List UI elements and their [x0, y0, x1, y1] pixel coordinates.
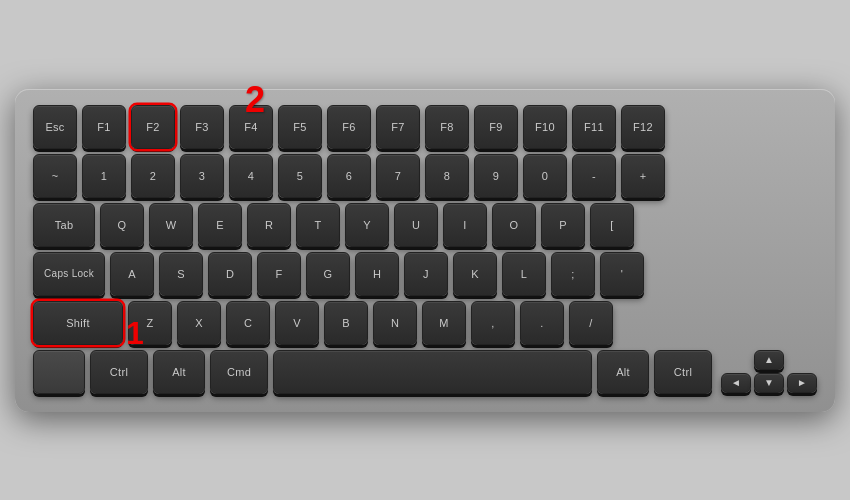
key-v[interactable]: V: [275, 301, 319, 345]
number-key-row: ~ 1 2 3 4 5 6 7 8 9 0 - +: [33, 154, 817, 198]
key-f6[interactable]: F6: [327, 105, 371, 149]
key-y[interactable]: Y: [345, 203, 389, 247]
arrow-up-row: ▲: [721, 350, 817, 370]
key-f12[interactable]: F12: [621, 105, 665, 149]
annotation-1: 1: [126, 315, 144, 352]
key-period[interactable]: .: [520, 301, 564, 345]
key-ctrl-left[interactable]: Ctrl: [90, 350, 148, 394]
key-f[interactable]: F: [257, 252, 301, 296]
key-alt-right[interactable]: Alt: [597, 350, 649, 394]
key-arrow-left[interactable]: ◄: [721, 373, 751, 393]
key-a[interactable]: A: [110, 252, 154, 296]
key-quote[interactable]: ': [600, 252, 644, 296]
key-tab[interactable]: Tab: [33, 203, 95, 247]
key-2[interactable]: 2: [131, 154, 175, 198]
key-cmd[interactable]: Cmd: [210, 350, 268, 394]
key-j[interactable]: J: [404, 252, 448, 296]
qwerty-row: Tab Q W E R T Y U I O P [: [33, 203, 817, 247]
key-l[interactable]: L: [502, 252, 546, 296]
key-f5[interactable]: F5: [278, 105, 322, 149]
key-ctrl-right[interactable]: Ctrl: [654, 350, 712, 394]
key-n[interactable]: N: [373, 301, 417, 345]
keyboard-rows: Esc F1 F2 F3 F4 F5 F6 F7 F8 F9 F10 F11 F…: [33, 105, 817, 394]
key-tilde[interactable]: ~: [33, 154, 77, 198]
key-6[interactable]: 6: [327, 154, 371, 198]
key-h[interactable]: H: [355, 252, 399, 296]
function-key-row: Esc F1 F2 F3 F4 F5 F6 F7 F8 F9 F10 F11 F…: [33, 105, 817, 149]
asdf-row: Caps Lock A S D F G H J K L ; ': [33, 252, 817, 296]
key-arrow-right[interactable]: ►: [787, 373, 817, 393]
key-r[interactable]: R: [247, 203, 291, 247]
key-8[interactable]: 8: [425, 154, 469, 198]
key-0[interactable]: 0: [523, 154, 567, 198]
key-9[interactable]: 9: [474, 154, 518, 198]
zxcv-row: Shift 1 Z X C V B N M , . /: [33, 301, 817, 345]
key-plus[interactable]: +: [621, 154, 665, 198]
key-g[interactable]: G: [306, 252, 350, 296]
key-space[interactable]: [273, 350, 592, 394]
key-arrow-down[interactable]: ▼: [754, 373, 784, 393]
key-7[interactable]: 7: [376, 154, 420, 198]
key-e[interactable]: E: [198, 203, 242, 247]
key-f7[interactable]: F7: [376, 105, 420, 149]
key-b[interactable]: B: [324, 301, 368, 345]
key-q[interactable]: Q: [100, 203, 144, 247]
key-i[interactable]: I: [443, 203, 487, 247]
key-bracket-left[interactable]: [: [590, 203, 634, 247]
key-1[interactable]: 1: [82, 154, 126, 198]
arrow-cluster: ▲ ◄ ▼ ►: [721, 350, 817, 394]
key-alt-left[interactable]: Alt: [153, 350, 205, 394]
key-f1[interactable]: F1: [82, 105, 126, 149]
bottom-row: Ctrl Alt Cmd Alt Ctrl ▲ ◄ ▼ ►: [33, 350, 817, 394]
key-esc[interactable]: Esc: [33, 105, 77, 149]
key-slash[interactable]: /: [569, 301, 613, 345]
key-o[interactable]: O: [492, 203, 536, 247]
key-f2[interactable]: F2: [131, 105, 175, 149]
key-s[interactable]: S: [159, 252, 203, 296]
key-f3[interactable]: F3: [180, 105, 224, 149]
key-fn-left[interactable]: [33, 350, 85, 394]
key-d[interactable]: D: [208, 252, 252, 296]
key-5[interactable]: 5: [278, 154, 322, 198]
key-x[interactable]: X: [177, 301, 221, 345]
key-u[interactable]: U: [394, 203, 438, 247]
annotation-2: 2: [245, 79, 265, 121]
key-f9[interactable]: F9: [474, 105, 518, 149]
key-w[interactable]: W: [149, 203, 193, 247]
key-f10[interactable]: F10: [523, 105, 567, 149]
key-3[interactable]: 3: [180, 154, 224, 198]
key-shift-left[interactable]: Shift 1: [33, 301, 123, 345]
key-caps-lock[interactable]: Caps Lock: [33, 252, 105, 296]
key-c[interactable]: C: [226, 301, 270, 345]
key-p[interactable]: P: [541, 203, 585, 247]
key-f8[interactable]: F8: [425, 105, 469, 149]
key-m[interactable]: M: [422, 301, 466, 345]
key-arrow-up[interactable]: ▲: [754, 350, 784, 370]
key-t[interactable]: T: [296, 203, 340, 247]
keyboard: 2 Esc F1 F2 F3 F4 F5 F6 F7 F8 F9 F10 F11…: [15, 89, 835, 412]
key-comma[interactable]: ,: [471, 301, 515, 345]
key-k[interactable]: K: [453, 252, 497, 296]
key-4[interactable]: 4: [229, 154, 273, 198]
key-f11[interactable]: F11: [572, 105, 616, 149]
arrow-lr-row: ◄ ▼ ►: [721, 373, 817, 393]
key-semicolon[interactable]: ;: [551, 252, 595, 296]
key-minus[interactable]: -: [572, 154, 616, 198]
